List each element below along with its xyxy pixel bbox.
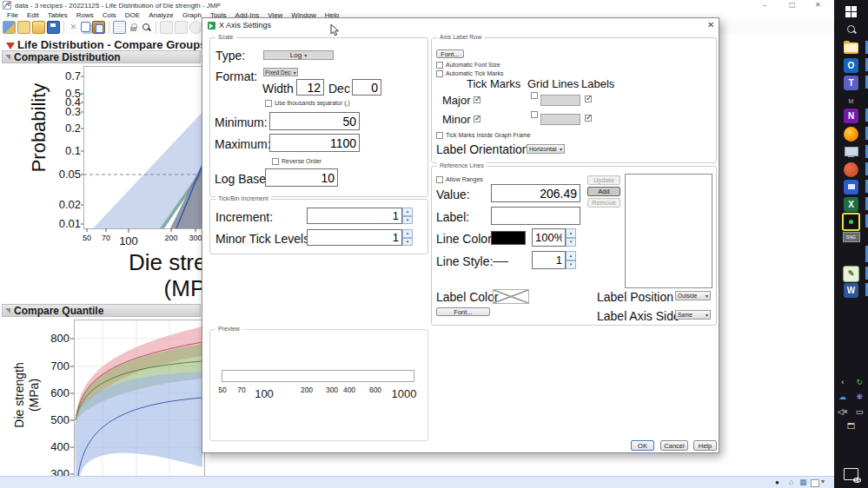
menu-rows[interactable]: Rows xyxy=(72,11,98,19)
new-journal-icon[interactable] xyxy=(17,21,30,34)
line-color-swatch[interactable] xyxy=(491,231,526,245)
search-icon[interactable] xyxy=(141,22,152,33)
taskbar-search-icon[interactable] xyxy=(834,23,868,36)
powerpoint-icon[interactable] xyxy=(834,162,868,177)
new-data-table-icon[interactable] xyxy=(3,21,16,34)
layout-box-icon[interactable] xyxy=(811,479,819,487)
word-icon[interactable]: W xyxy=(834,282,868,298)
width-input[interactable] xyxy=(296,79,324,96)
minor-tick-levels-input[interactable] xyxy=(307,229,402,246)
disclosure-triangle-icon[interactable] xyxy=(5,308,10,313)
type-dropdown[interactable]: Log xyxy=(263,50,334,60)
reference-font-button[interactable]: Font... xyxy=(436,307,490,316)
line-style-sample[interactable] xyxy=(493,261,508,262)
disclosure-triangle-icon[interactable] xyxy=(5,55,10,60)
maximize-button[interactable]: ▢ xyxy=(789,1,796,9)
close-button[interactable]: ✕ xyxy=(815,1,821,9)
copy-icon[interactable] xyxy=(81,22,90,32)
maximum-input[interactable] xyxy=(269,134,360,152)
format-dropdown[interactable]: Fixed Dec xyxy=(263,68,298,76)
menu-doe[interactable]: DOE xyxy=(121,11,144,19)
outlook-icon[interactable]: O xyxy=(834,57,868,73)
undo-icon[interactable] xyxy=(160,21,173,34)
dialog-titlebar[interactable]: X Axis Settings ✕ xyxy=(202,18,719,32)
report-outline-title[interactable]: Life Distribution - Compare Groups - D xyxy=(17,38,224,51)
minor-labels-checkbox[interactable] xyxy=(585,115,592,122)
major-grid-color-swatch[interactable] xyxy=(540,95,580,106)
ticks-inside-checkbox[interactable] xyxy=(436,132,443,139)
dark-terminal-icon[interactable] xyxy=(834,214,868,229)
floppy-save-app-icon[interactable] xyxy=(834,179,868,195)
increment-spinner[interactable]: ▴▾ xyxy=(402,208,413,224)
data-table-icon[interactable] xyxy=(113,21,126,34)
display-tooltip-icon[interactable]: 🗔 xyxy=(845,422,858,431)
home-up-icon[interactable]: ⌂ xyxy=(789,478,793,486)
minimize-button[interactable]: – xyxy=(763,1,766,9)
reverse-order-checkbox[interactable] xyxy=(272,158,279,165)
allow-ranges-checkbox[interactable] xyxy=(436,176,443,183)
dec-input[interactable] xyxy=(352,79,381,96)
line-width-spinner[interactable]: ▴▾ xyxy=(566,251,576,269)
auto-tick-marks-checkbox[interactable] xyxy=(436,70,443,77)
log-base-input[interactable] xyxy=(265,168,338,187)
major-grid-checkbox[interactable] xyxy=(531,92,538,99)
remove-button[interactable]: Remove xyxy=(587,198,620,208)
teams-icon[interactable]: T xyxy=(834,75,868,90)
refresh-disabled-icon[interactable] xyxy=(189,21,202,34)
file-explorer-icon[interactable] xyxy=(834,40,868,56)
quantile-chart[interactable]: 800 700 600 500 400 300 Die strength (MP… xyxy=(0,318,205,476)
add-button[interactable]: Add xyxy=(587,187,620,196)
thousands-checkbox[interactable] xyxy=(265,100,272,107)
section-header-compare-quantile[interactable]: Compare Quantile xyxy=(2,304,201,317)
battery-icon[interactable]: ▭ xyxy=(853,407,865,416)
dialog-close-icon[interactable]: ✕ xyxy=(707,20,714,30)
label-color-swatch-none[interactable] xyxy=(493,289,529,304)
start-button[interactable] xyxy=(834,3,868,19)
notepad-plus-icon[interactable]: ✎ xyxy=(834,266,868,281)
label-input[interactable] xyxy=(491,207,580,225)
statusbar-dropdown-icon[interactable]: ▾ xyxy=(821,478,825,485)
line-alpha-input[interactable] xyxy=(532,228,566,247)
menu-cols[interactable]: Cols xyxy=(98,11,121,19)
action-center-icon[interactable]: 14 xyxy=(834,465,868,483)
cancel-button[interactable]: Cancel xyxy=(660,440,688,451)
axis-font-button[interactable]: Font... xyxy=(436,49,464,58)
menu-tables[interactable]: Tables xyxy=(43,11,72,19)
paste-icon[interactable] xyxy=(92,21,105,34)
major-labels-checkbox[interactable] xyxy=(585,96,592,102)
grid-view-icon[interactable]: ▦ xyxy=(799,478,807,486)
save-icon[interactable] xyxy=(47,21,60,34)
auto-font-size-checkbox[interactable] xyxy=(436,62,443,69)
tray-expand-icon[interactable]: ‹ xyxy=(837,378,849,386)
ok-button[interactable]: OK xyxy=(631,440,654,451)
remote-desktop-icon[interactable] xyxy=(834,144,868,160)
menu-analyze[interactable]: Analyze xyxy=(144,11,177,19)
minor-grid-checkbox[interactable] xyxy=(531,111,538,118)
increment-input[interactable] xyxy=(307,208,402,224)
excel-icon[interactable]: X xyxy=(834,196,868,212)
major-tick-checkbox[interactable] xyxy=(474,96,480,103)
firefox-icon[interactable] xyxy=(834,126,868,142)
open-icon[interactable] xyxy=(32,21,45,34)
minor-grid-color-swatch[interactable] xyxy=(540,114,580,125)
onedrive-cloud-icon[interactable]: ☁ xyxy=(837,392,849,401)
sync-icon[interactable]: ↻ xyxy=(853,378,865,386)
lock-icon[interactable] xyxy=(128,22,139,33)
label-position-dropdown[interactable]: Outside xyxy=(675,291,711,300)
outline-red-triangle-icon[interactable] xyxy=(6,43,15,49)
line-alpha-spinner[interactable]: ▴▾ xyxy=(566,228,576,247)
minimum-input[interactable] xyxy=(269,112,360,130)
label-axis-side-dropdown[interactable]: Same xyxy=(675,310,711,320)
clipboard-disabled-icon[interactable] xyxy=(175,21,188,34)
minor-tick-checkbox[interactable] xyxy=(474,115,480,122)
sng-display-icon[interactable]: SNG xyxy=(834,231,868,242)
remote-app-m-icon[interactable]: M xyxy=(834,96,868,106)
probability-chart[interactable]: 0.7 0.5 0.4 0.3 0.2 0.1 0.05 0.02 0.01 xyxy=(0,63,205,307)
label-orientation-dropdown[interactable]: Horizontal xyxy=(527,144,565,154)
onenote-icon[interactable]: N xyxy=(834,108,868,123)
cut-icon[interactable]: ✕ xyxy=(68,22,79,33)
reference-lines-listbox[interactable] xyxy=(625,174,712,288)
volume-muted-icon[interactable]: ◁× xyxy=(837,407,849,416)
minor-tick-levels-spinner[interactable]: ▴▾ xyxy=(402,229,413,246)
value-input[interactable] xyxy=(491,184,580,202)
